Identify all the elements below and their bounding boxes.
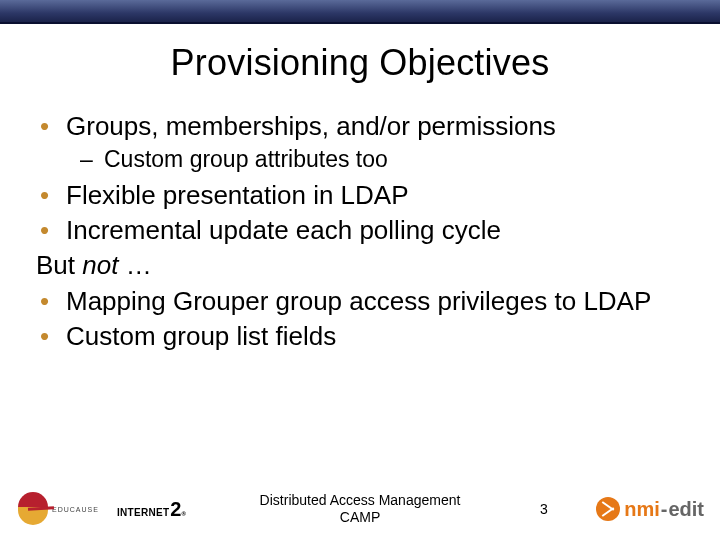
bullet-text: Mapping Grouper group access privileges … bbox=[66, 286, 651, 316]
educause-text: EDUCAUSE bbox=[52, 506, 99, 513]
internet2-word: INTERNET bbox=[117, 507, 169, 518]
slide-content: Groups, memberships, and/or permissions … bbox=[0, 110, 720, 353]
nmi-edit-logo: nmi-edit bbox=[596, 497, 704, 521]
footer-logos-left: EDUCAUSE INTERNET2® bbox=[16, 492, 186, 526]
bullet-item: Incremental update each polling cycle bbox=[36, 214, 684, 247]
bullet-list: Groups, memberships, and/or permissions … bbox=[36, 110, 684, 247]
slide-title: Provisioning Objectives bbox=[0, 42, 720, 84]
nmi-text-a: nmi bbox=[624, 498, 660, 521]
footer-line1: Distributed Access Management bbox=[260, 492, 461, 509]
nmi-text-b: edit bbox=[668, 498, 704, 521]
bullet-text: Custom group list fields bbox=[66, 321, 336, 351]
footer-logos-right: nmi-edit bbox=[596, 497, 704, 521]
bullet-text: Incremental update each polling cycle bbox=[66, 215, 501, 245]
top-accent-bar bbox=[0, 0, 720, 24]
bullet-item: Flexible presentation in LDAP bbox=[36, 179, 684, 212]
but-ellipsis: … bbox=[118, 250, 151, 280]
sub-bullet-text: Custom group attributes too bbox=[104, 146, 388, 172]
bullet-list: Mapping Grouper group access privileges … bbox=[36, 285, 684, 354]
footer-line2: CAMP bbox=[260, 509, 461, 526]
bullet-item: Custom group list fields bbox=[36, 320, 684, 353]
page-number: 3 bbox=[540, 501, 548, 517]
footer-center: Distributed Access Management CAMP bbox=[260, 492, 461, 526]
sub-bullet-item: Custom group attributes too bbox=[80, 145, 684, 174]
internet2-logo: INTERNET2® bbox=[117, 501, 186, 518]
nmi-text: nmi-edit bbox=[624, 498, 704, 521]
bullet-item: Groups, memberships, and/or permissions … bbox=[36, 110, 684, 175]
but-not-word: not bbox=[82, 250, 118, 280]
sub-bullet-list: Custom group attributes too bbox=[66, 145, 684, 174]
bullet-text: Flexible presentation in LDAP bbox=[66, 180, 409, 210]
but-prefix: But bbox=[36, 250, 82, 280]
footer: EDUCAUSE INTERNET2® Distributed Access M… bbox=[0, 478, 720, 540]
nmi-text-dash: - bbox=[661, 498, 668, 521]
bullet-text: Groups, memberships, and/or permissions bbox=[66, 111, 556, 141]
but-not-line: But not … bbox=[36, 249, 684, 282]
educause-logo: EDUCAUSE bbox=[16, 492, 99, 526]
internet2-registered: ® bbox=[181, 511, 185, 517]
slide: Provisioning Objectives Groups, membersh… bbox=[0, 0, 720, 540]
nmi-circle-icon bbox=[596, 497, 620, 521]
educause-e-icon bbox=[16, 492, 50, 526]
bullet-item: Mapping Grouper group access privileges … bbox=[36, 285, 684, 318]
internet2-num: 2 bbox=[170, 501, 181, 517]
